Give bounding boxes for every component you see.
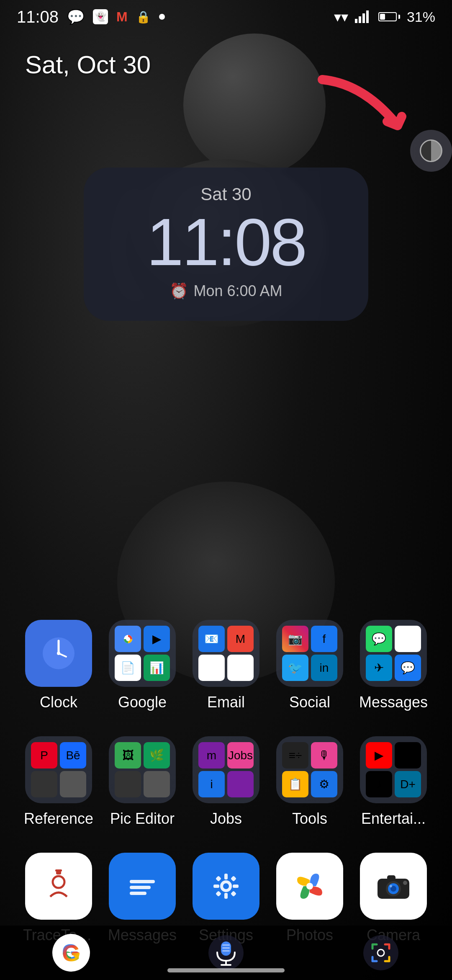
settings-icon [193, 853, 259, 920]
photos-icon [276, 853, 343, 920]
svg-rect-46 [222, 944, 230, 946]
app-google[interactable]: ▶ 📄 📊 Google [107, 620, 178, 711]
status-bar: 11:08 💬 👻 M 🔒 ▾▾ 31% [0, 0, 452, 34]
microphone-button[interactable] [205, 932, 247, 974]
svg-rect-48 [222, 950, 230, 952]
netflix-app: N [395, 742, 421, 769]
jobs-app3: i [198, 771, 225, 797]
tools-app3: 📋 [282, 771, 308, 797]
theme-toggle-button[interactable] [410, 130, 452, 172]
home-indicator[interactable] [167, 968, 285, 972]
instagram-app: 📷 [282, 626, 308, 652]
pic-app2: 🌿 [144, 742, 170, 769]
app-entertainment[interactable]: ▶ N ♪ D+ Entertai... [358, 736, 429, 828]
youtube-app: ▶ [366, 742, 392, 769]
jobs-app2: Jobs [227, 742, 254, 769]
tools-label: Tools [274, 810, 345, 828]
clock-widget-alarm: ⏰ Mon 6:00 AM [109, 282, 343, 300]
email-folder-icon: 📧 M [193, 620, 259, 687]
app-pic-editor[interactable]: 🖼 🌿 Pic Editor [107, 736, 178, 828]
svg-rect-1 [359, 16, 361, 23]
linkedin-app: in [311, 655, 337, 681]
messages-folder-label: Messages [358, 694, 429, 711]
status-left: 11:08 💬 👻 M 🔒 [17, 8, 165, 26]
notification-dot [159, 14, 165, 20]
clock-widget: Sat 30 11:08 ⏰ Mon 6:00 AM [84, 168, 368, 321]
snapchat-icon: 👻 [93, 9, 108, 24]
outlook-app: 📧 [198, 626, 225, 652]
alarm-icon: ⏰ [170, 282, 188, 300]
clock-widget-date: Sat 30 [109, 184, 343, 204]
gmail-app: M [227, 626, 254, 652]
svg-point-40 [403, 881, 407, 885]
jobs-label: Jobs [190, 810, 262, 828]
app-reference[interactable]: P Bē Reference [23, 736, 94, 828]
sheets-app: 📊 [144, 655, 170, 681]
tools-folder-icon: ≡÷ 🎙 📋 ⚙ [276, 736, 343, 803]
messages-folder-icon: 💬 ✈ 💬 [360, 620, 427, 687]
sms-icon [109, 853, 176, 920]
email-label: Email [190, 694, 262, 711]
clock-icon [25, 620, 92, 687]
svg-rect-18 [130, 886, 151, 889]
clock-label: Clock [23, 694, 94, 711]
tools-app2: 🎙 [311, 742, 337, 769]
svg-point-22 [223, 883, 229, 889]
svg-rect-24 [224, 893, 228, 899]
google-g-icon: G G [52, 934, 90, 972]
svg-rect-3 [366, 10, 369, 23]
svg-point-38 [390, 885, 392, 887]
svg-point-9 [57, 652, 60, 655]
svg-rect-39 [387, 875, 396, 880]
svg-rect-19 [130, 892, 146, 895]
pic-editor-label: Pic Editor [107, 810, 178, 828]
battery-percent: 31% [407, 9, 435, 25]
app-email[interactable]: 📧 M Email [190, 620, 262, 711]
ref-app3 [31, 771, 57, 797]
app-grid: Clock ▶ 📄 📊 Google [0, 620, 452, 969]
svg-point-32 [306, 883, 313, 890]
google-search-button[interactable]: G G [50, 932, 92, 974]
svg-rect-23 [224, 874, 228, 879]
microphone-icon [207, 934, 245, 972]
social-folder-icon: 📷 f 🐦 in [276, 620, 343, 687]
status-right: ▾▾ 31% [334, 8, 435, 25]
wifi-icon: ▾▾ [334, 8, 348, 25]
pic-app1: 🖼 [115, 742, 141, 769]
app-row-1: Clock ▶ 📄 📊 Google [17, 620, 435, 711]
jobs-folder-icon: m Jobs i [193, 736, 259, 803]
messenger-icon: 💬 [67, 8, 85, 25]
social-label: Social [274, 694, 345, 711]
tools-app1: ≡÷ [282, 742, 308, 769]
app-jobs[interactable]: m Jobs i Jobs [190, 736, 262, 828]
theme-toggle-icon [420, 139, 442, 162]
lock-icon: 🔒 [136, 10, 151, 24]
app-social[interactable]: 📷 f 🐦 in Social [274, 620, 345, 711]
svg-rect-17 [130, 880, 155, 883]
jobs-app4 [227, 771, 254, 797]
pic-editor-folder-icon: 🖼 🌿 [109, 736, 176, 803]
app-clock[interactable]: Clock [23, 620, 94, 711]
twitter-app: 🐦 [282, 655, 308, 681]
messenger-app: 💬 [395, 655, 421, 681]
svg-rect-2 [362, 13, 365, 23]
google-label: Google [107, 694, 178, 711]
pic-app4 [144, 771, 170, 797]
reference-folder-icon: P Bē [25, 736, 92, 803]
chrome-app [115, 626, 141, 652]
app-messages-folder[interactable]: 💬 ✈ 💬 Messages [358, 620, 429, 711]
tools-app4: ⚙ [311, 771, 337, 797]
reference-label: Reference [23, 810, 94, 828]
whatsapp-app: 💬 [366, 626, 392, 652]
lens-icon [362, 934, 400, 972]
lens-button[interactable] [360, 932, 402, 974]
date-display: Sat, Oct 30 [25, 50, 151, 79]
stone-decoration-top [183, 34, 326, 176]
clock-widget-time: 11:08 [109, 209, 343, 276]
tracetogether-icon [25, 853, 92, 920]
app-tools[interactable]: ≡÷ 🎙 📋 ⚙ Tools [274, 736, 345, 828]
docs-app: 📄 [115, 655, 141, 681]
app-row-2: P Bē Reference 🖼 🌿 Pic Editor m Jobs i [17, 736, 435, 828]
pinterest-app: P [31, 742, 57, 769]
pic-app3 [115, 771, 141, 797]
